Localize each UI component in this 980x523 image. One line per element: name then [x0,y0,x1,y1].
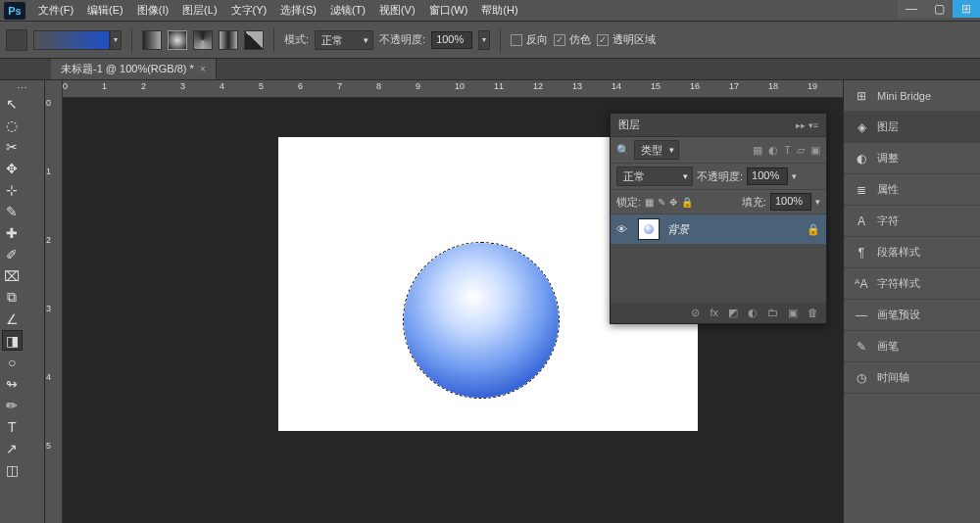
marquee-tool[interactable]: ◌ [2,115,23,135]
close-button[interactable]: ⊞ [953,0,980,18]
menu-help[interactable]: 帮助(H) [474,1,524,20]
filter-pixel-icon[interactable]: ▦ [753,144,762,157]
lock-all-icon[interactable]: 🔒 [681,197,693,208]
menu-file[interactable]: 文件(F) [31,1,80,20]
layer-name[interactable]: 背景 [667,222,799,237]
menu-image[interactable]: 图像(I) [130,1,175,20]
opacity-dd-icon[interactable]: ▾ [792,171,797,181]
lasso-tool[interactable]: ✂ [2,136,23,157]
panel-character[interactable]: A字符 [844,206,980,237]
layer-thumbnail[interactable] [638,218,660,240]
lock-transparent-icon[interactable]: ▦ [645,197,654,208]
tool-col2[interactable] [23,158,43,178]
eyedropper-tool[interactable]: ✎ [2,201,23,221]
minimize-button[interactable]: — [898,0,925,18]
tool-col2[interactable] [23,352,43,372]
tool-col2[interactable] [23,136,43,157]
panel-brush-presets[interactable]: ―画笔预设 [844,300,980,331]
mask-icon[interactable]: ◩ [728,307,738,319]
transparency-checkbox[interactable]: ✓透明区域 [597,32,656,47]
new-layer-icon[interactable]: ▣ [788,307,798,319]
tool-col2[interactable] [23,459,43,480]
path-select-tool[interactable]: ↗ [2,438,23,458]
dodge-tool[interactable]: ↬ [2,373,23,394]
gradient-tool[interactable]: ◨ [2,330,23,351]
panel-properties[interactable]: ≣属性 [844,174,980,206]
pen-tool[interactable]: ✏ [2,395,23,415]
magic-wand-tool[interactable]: ✥ [2,158,23,178]
adjustment-layer-icon[interactable]: ◐ [748,307,758,319]
group-icon[interactable]: 🗀 [767,307,778,319]
menu-layer[interactable]: 图层(L) [175,1,223,20]
blend-mode-dropdown[interactable]: 正常 [315,30,373,50]
toolbox-handle[interactable]: ⋯ [2,84,42,92]
tool-col2[interactable] [23,438,43,458]
layers-panel-titlebar[interactable]: 图层 ▸▸ ▾≡ [611,114,826,137]
gradient-radial-icon[interactable] [168,30,187,50]
link-layers-icon[interactable]: ⊘ [691,307,700,319]
circular-selection[interactable] [403,242,560,399]
filter-type-dropdown[interactable]: 类型 [634,140,679,160]
tool-col2[interactable] [23,115,43,135]
tool-col2[interactable] [23,244,43,264]
menu-window[interactable]: 窗口(W) [422,1,475,20]
gradient-angle-icon[interactable] [193,30,213,50]
tool-col2[interactable] [23,93,43,114]
menu-edit[interactable]: 编辑(E) [80,1,130,20]
visibility-icon[interactable]: 👁 [616,223,630,235]
tool-col2[interactable] [23,395,43,415]
gradient-diamond-icon[interactable] [244,30,264,50]
panel-menu-icon[interactable]: ▸▸ ▾≡ [796,120,818,130]
horizontal-ruler[interactable]: 0 1 2 3 4 5 6 7 8 9 10 11 12 13 14 15 16… [63,80,843,98]
healing-tool[interactable]: ✚ [2,222,23,243]
panel-adjustments[interactable]: ◐调整 [844,143,980,174]
brush-tool[interactable]: ✐ [2,244,23,264]
panel-mini-bridge[interactable]: ⊞Mini Bridge [844,80,980,112]
filter-adjust-icon[interactable]: ◐ [768,144,778,157]
panel-char-styles[interactable]: ᴬA字符样式 [844,268,980,300]
blur-tool[interactable]: ○ [2,352,23,372]
delete-layer-icon[interactable]: 🗑 [808,307,818,319]
layer-fill-input[interactable]: 100% [770,193,811,211]
shape-tool[interactable]: ◫ [2,459,23,480]
eraser-tool[interactable]: ∠ [2,309,23,329]
menu-type[interactable]: 文字(Y) [224,1,274,20]
vertical-ruler[interactable]: 0 1 2 3 4 5 [45,80,63,523]
fill-dd-icon[interactable]: ▾ [815,197,820,207]
layer-row-background[interactable]: 👁 背景 🔒 [611,214,826,244]
filter-smart-icon[interactable]: ▣ [810,144,820,157]
opacity-slider-toggle[interactable]: ▾ [478,30,490,50]
crop-tool[interactable]: ⊹ [2,179,23,200]
lock-image-icon[interactable]: ✎ [658,197,665,208]
tool-preset-picker[interactable] [6,29,27,51]
filter-type-icon[interactable]: T [784,144,791,157]
filter-shape-icon[interactable]: ▱ [797,144,805,157]
tool-col2[interactable] [23,373,43,394]
tool-col2[interactable] [23,222,43,243]
panel-layers[interactable]: ◈图层 [844,112,980,143]
gradient-linear-icon[interactable] [142,30,162,50]
tool-col2[interactable] [23,416,43,437]
gradient-picker-dropdown[interactable]: ▾ [110,30,122,50]
lock-position-icon[interactable]: ✥ [669,197,677,208]
panel-timeline[interactable]: ◷时间轴 [844,362,980,394]
stamp-tool[interactable]: ⌧ [2,265,23,286]
tool-col2[interactable] [23,201,43,221]
move-tool[interactable]: ↖ [2,93,23,114]
document-tab[interactable]: 未标题-1 @ 100%(RGB/8) * × [51,59,217,79]
layer-opacity-input[interactable]: 100% [747,167,788,185]
reverse-checkbox[interactable]: 反向 [511,32,548,47]
history-brush-tool[interactable]: ⧉ [2,287,23,308]
fx-icon[interactable]: fx [710,307,718,319]
tool-col2[interactable] [23,287,43,308]
tool-col2[interactable] [23,179,43,200]
maximize-button[interactable]: ▢ [925,0,953,18]
gradient-preview[interactable] [33,30,110,50]
tool-col2[interactable] [23,265,43,286]
gradient-reflected-icon[interactable] [219,30,238,50]
layer-blend-dropdown[interactable]: 正常 [616,166,693,186]
layers-panel[interactable]: 图层 ▸▸ ▾≡ 🔍 类型 ▦ ◐ T ▱ ▣ 正常 不透明度: 100% ▾ … [610,113,827,324]
tool-col2[interactable] [23,309,43,329]
dither-checkbox[interactable]: ✓仿色 [554,32,591,47]
menu-filter[interactable]: 滤镜(T) [323,1,372,20]
